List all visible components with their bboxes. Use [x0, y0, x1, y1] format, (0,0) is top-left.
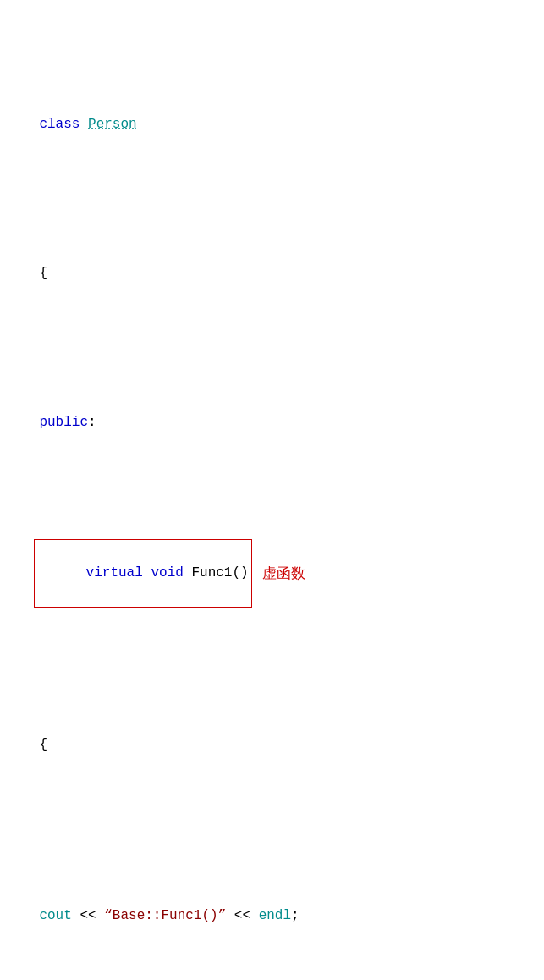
- brace: {: [39, 737, 47, 752]
- func-name-func1: Func1(): [191, 565, 248, 581]
- brace: {: [39, 266, 47, 281]
- kw-virtual-1: virtual: [86, 565, 143, 581]
- boxed-func1: virtual void Func1(): [34, 539, 252, 608]
- line-class-person: class Person: [7, 92, 537, 157]
- code-container: class Person { public: virtual void Func…: [7, 8, 537, 980]
- line-brace-func1-open: {: [7, 691, 537, 778]
- line-public-1: public:: [7, 390, 537, 455]
- string-1: “Base::Func1()”: [104, 908, 226, 923]
- cout-1: cout: [39, 908, 71, 923]
- keyword-class: class: [39, 117, 80, 132]
- class-name-person: Person: [88, 117, 137, 132]
- keyword-public-1: public: [39, 415, 88, 430]
- kw-void-1: void: [151, 565, 183, 581]
- line-func1-person: virtual void Func1() 虚函数: [7, 539, 537, 608]
- annotation-xuhanshu-1: 虚函数: [262, 562, 305, 585]
- line-open-brace-1: {: [7, 241, 537, 306]
- line-cout-func1: cout << “Base::Func1()” << endl;: [7, 862, 537, 949]
- endl-1: endl: [259, 908, 291, 923]
